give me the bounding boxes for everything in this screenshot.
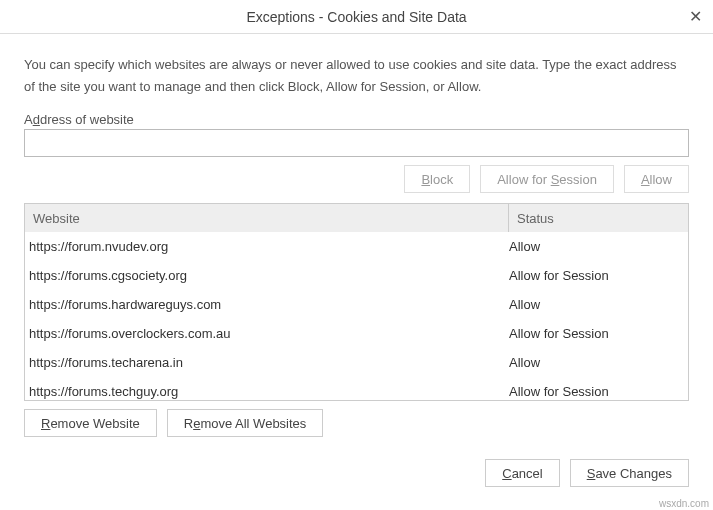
cell-website: https://forums.hardwareguys.com: [29, 297, 509, 312]
address-input[interactable]: [24, 129, 689, 157]
remove-website-button[interactable]: Remove Website: [24, 409, 157, 437]
cell-website: https://forums.techarena.in: [29, 355, 509, 370]
cell-status: Allow for Session: [509, 268, 688, 283]
cell-status: Allow: [509, 297, 688, 312]
cell-website: https://forums.cgsociety.org: [29, 268, 509, 283]
exception-buttons-row: Block Allow for Session Allow: [24, 165, 689, 193]
close-icon[interactable]: ✕: [685, 6, 705, 26]
cell-status: Allow for Session: [509, 326, 688, 341]
table-row[interactable]: https://forums.techarena.in Allow: [25, 348, 688, 377]
table-row[interactable]: https://forums.techguy.org Allow for Ses…: [25, 377, 688, 400]
cell-website: https://forum.nvudev.org: [29, 239, 509, 254]
table-header: Website Status: [25, 204, 688, 232]
table-row[interactable]: https://forums.overclockers.com.au Allow…: [25, 319, 688, 348]
table-row[interactable]: https://forums.hardwareguys.com Allow: [25, 290, 688, 319]
remove-buttons-row: Remove Website Remove All Websites: [24, 409, 689, 437]
block-button[interactable]: Block: [404, 165, 470, 193]
address-label: Address of website: [24, 112, 689, 127]
cell-website: https://forums.overclockers.com.au: [29, 326, 509, 341]
header-status[interactable]: Status: [509, 211, 688, 226]
watermark: wsxdn.com: [659, 498, 709, 509]
table-body[interactable]: https://forum.nvudev.org Allow https://f…: [25, 232, 688, 400]
cell-status: Allow: [509, 239, 688, 254]
content-area: You can specify which websites are alway…: [0, 34, 713, 501]
allow-for-session-button[interactable]: Allow for Session: [480, 165, 614, 193]
cancel-button[interactable]: Cancel: [485, 459, 559, 487]
allow-button[interactable]: Allow: [624, 165, 689, 193]
cell-website: https://forums.techguy.org: [29, 384, 509, 399]
intro-text: You can specify which websites are alway…: [24, 54, 689, 98]
titlebar: Exceptions - Cookies and Site Data ✕: [0, 0, 713, 34]
dialog-buttons-row: Cancel Save Changes: [24, 459, 689, 487]
table-row[interactable]: https://forums.cgsociety.org Allow for S…: [25, 261, 688, 290]
dialog-title: Exceptions - Cookies and Site Data: [246, 9, 466, 25]
save-changes-button[interactable]: Save Changes: [570, 459, 689, 487]
cell-status: Allow: [509, 355, 688, 370]
remove-all-websites-button[interactable]: Remove All Websites: [167, 409, 324, 437]
table-row[interactable]: https://forum.nvudev.org Allow: [25, 232, 688, 261]
header-website[interactable]: Website: [25, 204, 509, 232]
cell-status: Allow for Session: [509, 384, 688, 399]
exceptions-table: Website Status https://forum.nvudev.org …: [24, 203, 689, 401]
